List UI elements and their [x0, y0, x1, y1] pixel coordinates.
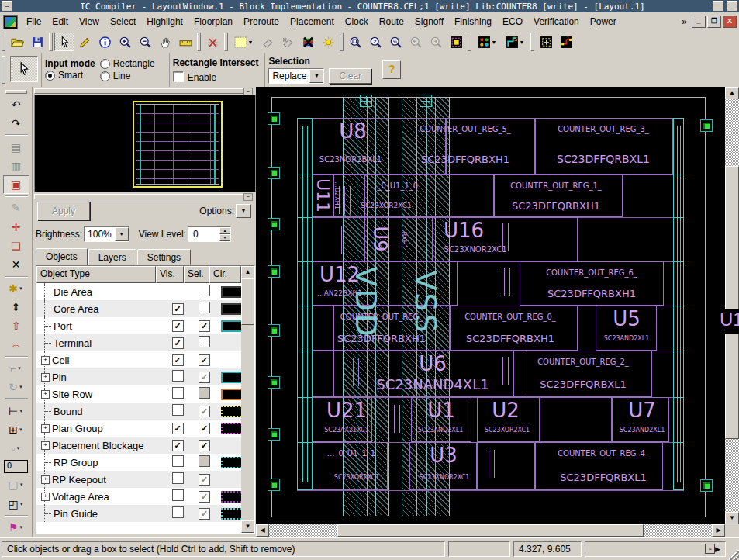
visibility-checkbox[interactable]	[172, 370, 184, 382]
dock-handle[interactable]	[34, 88, 251, 94]
options-dropdown-button[interactable]: ▼	[236, 204, 251, 218]
menu-finishing[interactable]: Finishing	[449, 14, 497, 29]
input-mode-rectangle-radio[interactable]: Rectangle	[100, 58, 155, 69]
flyline-toggle-button[interactable]	[202, 33, 223, 51]
zoom-out-button[interactable]	[135, 33, 155, 51]
redo-button[interactable]: ↷	[3, 114, 29, 133]
toolbar-grip[interactable]	[530, 33, 534, 51]
toolbar-grip[interactable]	[340, 33, 344, 51]
visibility-checkbox[interactable]	[172, 423, 184, 434]
layout-cell[interactable]	[540, 397, 612, 442]
menu-highlight[interactable]: Highlight	[141, 14, 188, 29]
selectability-checkbox[interactable]	[199, 455, 210, 467]
column-header-objecttype[interactable]: Object Type	[36, 266, 156, 283]
selection-mode-combo[interactable]: Replace▼	[268, 68, 324, 84]
layout-canvas[interactable]: U8SC23NOR2BXL1COUNTER_OUT_REG_5_SC23DFFQ…	[256, 87, 739, 537]
expander-icon[interactable]: +	[41, 424, 50, 433]
pop-up-button[interactable]: ▥	[3, 157, 29, 175]
menu-signoff[interactable]: Signoff	[409, 14, 449, 29]
toolbar-grip[interactable]	[468, 33, 471, 51]
minimap-viewport[interactable]	[133, 101, 223, 188]
query-info-button[interactable]	[95, 33, 115, 51]
window-menu-button[interactable]: —	[2, 1, 12, 12]
visibility-checkbox[interactable]	[172, 506, 184, 518]
properties-button[interactable]: ✎	[3, 199, 29, 217]
toolbar-grip[interactable]	[197, 33, 201, 51]
next-view-button[interactable]	[426, 33, 446, 51]
zoom-fit-button[interactable]	[345, 33, 365, 51]
tab-layers[interactable]: Layers	[88, 249, 136, 265]
stretch-button[interactable]: ⇔	[3, 336, 29, 354]
highlight-button[interactable]	[257, 33, 278, 51]
scroll-down-button[interactable]: ▼	[241, 520, 254, 533]
zoom-half-button[interactable]	[385, 33, 406, 51]
toolbar-grip[interactable]	[2, 33, 5, 51]
menu-verification[interactable]: Verification	[528, 14, 585, 29]
tab-settings[interactable]: Settings	[137, 249, 191, 265]
flip-horizontal-button[interactable]: ⇧	[3, 316, 29, 335]
distribute-button[interactable]: ⊞▼	[3, 420, 29, 439]
canvas-horizontal-scrollbar[interactable]: ◀ ▶	[256, 524, 725, 537]
visibility-checkbox[interactable]	[172, 387, 184, 399]
menu-preroute[interactable]: Preroute	[238, 14, 285, 29]
selectability-checkbox[interactable]	[199, 440, 210, 451]
reroute-button[interactable]: ↻▼	[3, 378, 29, 396]
scroll-up-button[interactable]: ▲	[241, 266, 254, 278]
selectability-checkbox[interactable]	[199, 387, 210, 399]
mdi-restore-button[interactable]: ❐	[707, 16, 721, 28]
menu-clock[interactable]: Clock	[340, 14, 374, 29]
layout-cell[interactable]	[313, 306, 333, 351]
app-icon[interactable]	[3, 15, 18, 29]
minimap[interactable]	[34, 95, 256, 192]
toolbar-grip[interactable]	[2, 56, 5, 84]
selectability-checkbox[interactable]	[199, 354, 210, 366]
expander-icon[interactable]: +	[41, 390, 50, 399]
zoom-selection-button[interactable]	[446, 33, 466, 51]
tab-objects[interactable]: Objects	[36, 248, 88, 266]
mdi-minimize-button[interactable]: _	[692, 16, 706, 28]
layout-cell[interactable]	[477, 442, 535, 490]
table-scrollbar[interactable]: ▲ ▼	[241, 266, 254, 533]
port[interactable]	[700, 119, 713, 132]
toolbar-grip[interactable]	[224, 33, 228, 51]
titlebar-maximize-button[interactable]	[727, 1, 737, 12]
port[interactable]	[268, 479, 280, 491]
selectability-checkbox[interactable]	[199, 320, 210, 332]
flip-vertical-button[interactable]: ⇕	[3, 298, 29, 316]
layout-drawing-area[interactable]: U8SC23NOR2BXL1COUNTER_OUT_REG_5_SC23DFFQ…	[256, 87, 725, 524]
resize-grip[interactable]	[728, 549, 739, 560]
help-button[interactable]: ?	[382, 60, 401, 79]
delete-button[interactable]: ✕	[3, 255, 29, 274]
status-list-icon[interactable]: ≡	[705, 544, 715, 554]
port[interactable]	[268, 428, 280, 441]
port[interactable]	[268, 167, 280, 179]
expander-icon[interactable]: +	[41, 356, 50, 365]
spacing-field[interactable]: 0	[4, 460, 28, 473]
menu-eco[interactable]: ECO	[497, 14, 528, 29]
previous-view-button[interactable]	[406, 33, 426, 51]
dock-handle[interactable]	[34, 194, 251, 199]
group-button[interactable]: ✱▼	[3, 279, 29, 298]
visibility-checkbox[interactable]	[172, 489, 184, 501]
zoom-in-button[interactable]	[115, 33, 135, 51]
port[interactable]	[700, 479, 713, 492]
expander-icon[interactable]: +	[41, 493, 50, 501]
selectability-checkbox[interactable]	[199, 285, 210, 296]
toolbar-grip[interactable]	[5, 90, 27, 94]
selectability-checkbox[interactable]	[199, 474, 210, 486]
rect-intersect-enable-checkbox[interactable]: Enable	[173, 71, 259, 83]
visibility-checkbox[interactable]	[172, 337, 184, 349]
port[interactable]	[268, 218, 280, 230]
visibility-checkbox[interactable]	[172, 320, 184, 332]
menu-route[interactable]: Route	[374, 14, 409, 29]
selection-clear-button[interactable]: Clear	[329, 68, 371, 84]
toolbar-overflow-chevron[interactable]: »	[682, 16, 687, 27]
port[interactable]	[268, 265, 280, 278]
menu-placement[interactable]: Placement	[285, 14, 340, 29]
clear-highlight-button[interactable]	[298, 33, 318, 51]
brightness-combo[interactable]: 100%▼	[84, 226, 129, 242]
layout-cell[interactable]	[313, 351, 333, 397]
input-mode-line-radio[interactable]: Line	[100, 71, 155, 81]
menu-view[interactable]: View	[74, 14, 105, 29]
align-button[interactable]: ⊢▼	[3, 401, 29, 420]
